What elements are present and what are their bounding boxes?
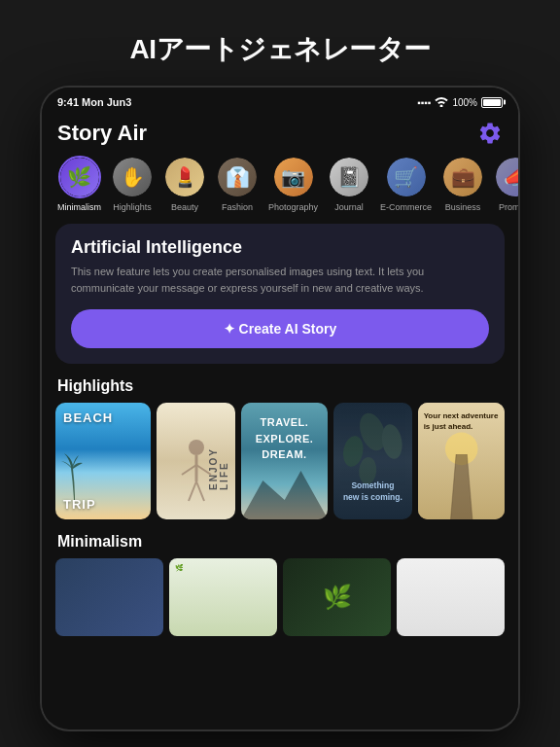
beach-text-top: BEACH (63, 410, 113, 425)
beach-text-bottom: TRIP (63, 497, 96, 512)
highlight-card-person[interactable]: ENJOY LIFE (157, 403, 234, 519)
app-content: Story Air 🌿 Minimalism ✋ (42, 113, 518, 722)
battery-percent: 100% (452, 97, 477, 108)
category-label-minimalism: Minimalism (57, 202, 101, 212)
minimalism-card-4[interactable] (397, 558, 505, 636)
category-label-promote: Promote (499, 202, 518, 212)
highlight-card-adventure[interactable]: Your next adventureis just ahead. (418, 403, 505, 519)
status-time: 9:41 Mon Jun3 (57, 96, 131, 108)
something-text: Somethingnew is coming. (337, 480, 407, 504)
category-label-highlights: Highlights (113, 202, 152, 212)
category-label-beauty: Beauty (171, 202, 198, 212)
minimalism-section-title: Minimalism (42, 529, 518, 558)
highlights-section-title: Highlights (42, 374, 518, 403)
app-title: Story Air (57, 121, 147, 146)
enjoy-life-text: ENJOY LIFE (208, 432, 229, 490)
category-label-fashion: Fashion (222, 202, 253, 212)
minimalism-section: Minimalism 🌿 🌿 (42, 529, 518, 636)
settings-icon[interactable] (477, 121, 503, 146)
status-bar: 9:41 Mon Jun3 ▪▪▪▪ 100% (42, 88, 518, 113)
minimalism-card-3[interactable]: 🌿 (283, 558, 391, 636)
minimalism-card-2[interactable]: 🌿 (169, 558, 277, 636)
highlights-grid: BEACH TRIP (42, 403, 518, 519)
category-item-highlights[interactable]: ✋ Highlights (111, 156, 154, 212)
category-label-journal: Journal (334, 202, 364, 212)
wifi-icon (435, 95, 448, 109)
adventure-text: Your next adventureis just ahead. (424, 410, 499, 432)
device-frame: 9:41 Mon Jun3 ▪▪▪▪ 100% Story Air (42, 88, 518, 729)
svg-line-5 (196, 481, 204, 501)
travel-text: TRAVEL.EXPLORE.DREAM. (256, 414, 314, 463)
category-item-photography[interactable]: 📷 Photography (268, 156, 318, 212)
signal-icon: ▪▪▪▪ (417, 97, 431, 108)
ai-banner-description: This new feature lets you create persona… (71, 264, 489, 296)
svg-line-2 (182, 465, 196, 475)
category-item-business[interactable]: 💼 Business (441, 156, 484, 212)
category-item-minimalism[interactable]: 🌿 Minimalism (57, 156, 101, 212)
category-item-journal[interactable]: 📓 Journal (328, 156, 370, 212)
status-icons: ▪▪▪▪ 100% (417, 95, 503, 109)
category-label-photography: Photography (268, 202, 318, 212)
category-item-beauty[interactable]: 💄 Beauty (163, 156, 206, 212)
battery-icon (481, 97, 503, 108)
svg-line-4 (189, 481, 196, 501)
ai-banner-title: Artificial Intelligence (71, 237, 489, 258)
svg-point-0 (189, 440, 204, 455)
highlight-card-travel[interactable]: TRAVEL.EXPLORE.DREAM. (241, 403, 328, 519)
category-label-ecommerce: E-Commerce (380, 202, 432, 212)
category-item-ecommerce[interactable]: 🛒 E-Commerce (380, 156, 432, 212)
category-item-promote[interactable]: 📣 Promote (494, 156, 518, 212)
svg-marker-6 (241, 471, 328, 519)
highlight-card-beach[interactable]: BEACH TRIP (55, 403, 151, 519)
app-header: Story Air (42, 113, 518, 152)
minimalism-card-1[interactable] (55, 558, 163, 636)
category-row: 🌿 Minimalism ✋ Highlights 💄 (42, 152, 518, 220)
highlight-card-something[interactable]: Somethingnew is coming. (333, 403, 411, 519)
minimalism-grid: 🌿 🌿 (42, 558, 518, 636)
create-ai-story-button[interactable]: ✦ Create AI Story (71, 309, 489, 348)
ai-banner: Artificial Intelligence This new feature… (55, 224, 505, 364)
category-label-business: Business (445, 202, 481, 212)
category-item-fashion[interactable]: 👔 Fashion (216, 156, 259, 212)
page-title: AIアートジェネレーター (130, 31, 431, 68)
